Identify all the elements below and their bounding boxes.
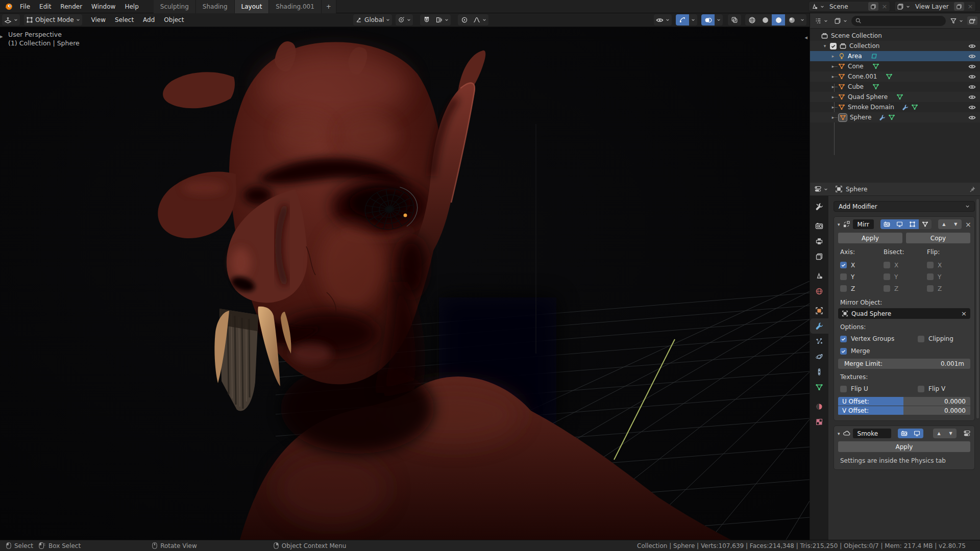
apply-button[interactable]: Apply (838, 441, 970, 452)
flip-y-checkbox[interactable] (927, 273, 934, 280)
collapse-arrow[interactable]: ▾ (838, 431, 840, 436)
tab-output[interactable] (810, 234, 828, 249)
shading-dropdown[interactable] (798, 14, 806, 26)
gizmo-dropdown[interactable] (689, 14, 697, 26)
move-up-button[interactable]: ▲ (938, 219, 950, 229)
viewport-toggle[interactable] (893, 219, 906, 229)
proportional-falloff-dropdown[interactable] (471, 14, 488, 26)
editor-type-dropdown[interactable] (814, 184, 828, 195)
menu-view[interactable]: View (87, 15, 110, 25)
tab-shading-001[interactable]: Shading.001 (269, 0, 321, 13)
menu-file[interactable]: File (15, 2, 35, 12)
bisect-y-checkbox[interactable] (884, 273, 890, 280)
modifier-name-field[interactable]: Mirr (853, 219, 874, 229)
delete-modifier-button[interactable]: × (965, 220, 971, 229)
mirror-object-field[interactable]: Quad Sphere × (838, 308, 970, 319)
shading-wireframe-button[interactable] (745, 14, 758, 26)
tab-layout[interactable]: Layout (235, 0, 270, 13)
flip-z-checkbox[interactable] (927, 285, 934, 292)
axis-y-checkbox[interactable] (840, 273, 847, 280)
outliner-row-quad-sphere[interactable]: ▸ Quad Sphere (810, 92, 980, 102)
outliner-filter-dropdown[interactable] (948, 15, 965, 27)
outliner-row-cube[interactable]: ▸ Cube (810, 82, 980, 92)
outliner-filter-source-dropdown[interactable] (832, 15, 849, 27)
outliner-search-input[interactable] (851, 16, 946, 26)
tab-world[interactable] (810, 284, 828, 299)
scene-selector[interactable]: Scene × (808, 1, 890, 12)
menu-window[interactable]: Window (87, 2, 120, 12)
tab-texture[interactable] (810, 414, 828, 430)
menu-render[interactable]: Render (56, 2, 87, 12)
tab-scene[interactable] (810, 268, 828, 284)
menu-edit[interactable]: Edit (35, 2, 56, 12)
menu-help[interactable]: Help (120, 2, 143, 12)
toolbar-expand-arrow[interactable]: ▸ (0, 33, 3, 40)
tab-tool[interactable] (810, 199, 828, 214)
new-view-layer-button[interactable] (954, 2, 964, 11)
hide-eye-icon[interactable] (968, 53, 976, 60)
outliner-display-mode-dropdown[interactable] (813, 15, 830, 27)
blender-logo-icon[interactable] (4, 2, 13, 11)
snap-toggle[interactable] (420, 14, 433, 26)
outliner-row-sphere[interactable]: ▸ Sphere (810, 112, 980, 122)
new-collection-button[interactable] (967, 16, 977, 25)
flip-v-checkbox[interactable] (918, 386, 924, 392)
transform-orientation-dropdown[interactable]: Global (353, 14, 392, 26)
hide-eye-icon[interactable] (968, 73, 976, 81)
sidebar-expand-arrow[interactable]: ◂ (804, 34, 807, 41)
hide-eye-icon[interactable] (968, 63, 976, 70)
hide-eye-icon[interactable] (968, 83, 976, 91)
tab-shading[interactable]: Shading (196, 0, 235, 13)
render-toggle[interactable] (898, 429, 911, 438)
modifier-extras-icon[interactable] (963, 430, 971, 437)
outliner-row-area[interactable]: ▸ Area (810, 51, 980, 61)
outliner-row-smoke-domain[interactable]: ▸ Smoke Domain (810, 102, 980, 112)
proportional-editing-toggle[interactable] (458, 14, 471, 26)
render-toggle[interactable] (880, 219, 893, 229)
u-offset-slider[interactable]: U Offset: 0.0000 (838, 397, 970, 406)
outliner-row-cone-001[interactable]: ▸ Cone.001 (810, 71, 980, 82)
cage-toggle[interactable] (919, 219, 932, 229)
viewport-toggle[interactable] (911, 429, 923, 438)
add-workspace-button[interactable]: + (322, 0, 336, 13)
view-layer-selector[interactable]: View Layer × (894, 1, 976, 12)
flip-x-checkbox[interactable] (927, 262, 934, 268)
move-down-button[interactable]: ▼ (950, 219, 962, 229)
tab-physics[interactable] (810, 349, 828, 364)
add-modifier-dropdown[interactable]: Add Modifier (834, 201, 975, 212)
hide-eye-icon[interactable] (968, 114, 976, 121)
v-offset-slider[interactable]: V Offset: 0.0000 (838, 406, 970, 415)
properties-scrollbar[interactable] (976, 199, 979, 418)
collapse-arrow[interactable]: ▾ (838, 222, 840, 227)
new-scene-button[interactable] (868, 2, 878, 11)
hide-eye-icon[interactable] (968, 104, 976, 111)
snap-settings-dropdown[interactable] (433, 14, 451, 26)
shading-solid-button[interactable] (758, 14, 772, 26)
tab-sculpting[interactable]: Sculpting (154, 0, 196, 13)
shading-material-button[interactable] (772, 14, 785, 26)
hide-eye-icon[interactable] (968, 93, 976, 101)
menu-select[interactable]: Select (111, 15, 138, 25)
tab-particles[interactable] (810, 334, 828, 349)
outliner-row-cone[interactable]: ▸ Cone (810, 61, 980, 71)
move-down-button[interactable]: ▼ (945, 429, 957, 438)
tab-object-data[interactable] (810, 380, 828, 395)
outliner-row-collection[interactable]: ▾ Collection (810, 41, 980, 51)
bisect-x-checkbox[interactable] (884, 262, 890, 268)
tab-render[interactable] (810, 218, 828, 234)
tab-constraints[interactable] (810, 364, 828, 380)
menu-object[interactable]: Object (160, 15, 188, 25)
pin-icon[interactable] (969, 186, 976, 193)
show-gizmo-toggle[interactable] (676, 14, 689, 26)
hide-eye-icon[interactable] (968, 42, 976, 50)
outliner-row-scene-collection[interactable]: Scene Collection (810, 31, 980, 41)
modifier-name-field[interactable]: Smoke (853, 429, 891, 438)
collection-checkbox[interactable] (830, 43, 837, 49)
copy-button[interactable]: Copy (906, 233, 970, 243)
clipping-checkbox[interactable] (918, 336, 924, 342)
overlays-dropdown[interactable] (715, 14, 723, 26)
object-visibility-dropdown[interactable] (654, 14, 672, 26)
clear-object-button[interactable]: × (961, 310, 967, 317)
collapse-arrow[interactable]: ▾ (822, 43, 827, 48)
show-overlays-toggle[interactable] (701, 14, 715, 26)
